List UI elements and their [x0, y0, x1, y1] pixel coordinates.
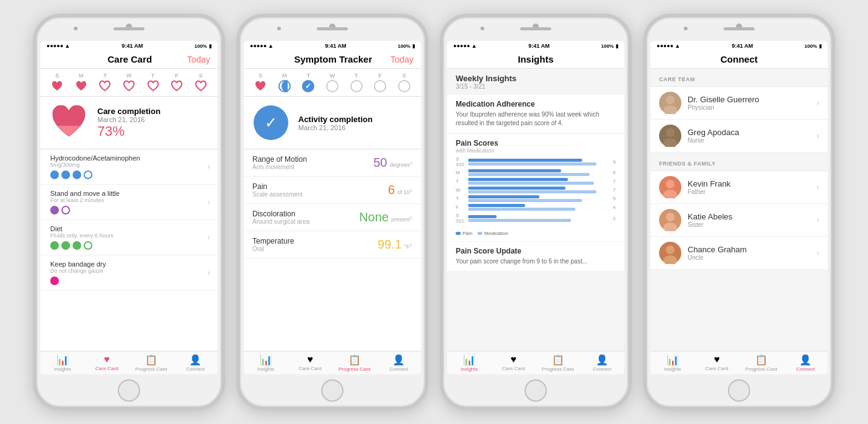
pain-score-update-card: Pain Score Update Your pain score change…	[447, 242, 624, 271]
tab-connect[interactable]: 👤 Connect	[174, 354, 218, 372]
care-item-0-title: Hydrocodone/Acetaminophen	[50, 154, 203, 162]
cal-day-6: S	[195, 73, 207, 92]
phone-insights: ●●●●●▲ 9:41 AM 100%▮ Insights Weekly Ins…	[440, 14, 632, 410]
battery-pct: 100%	[195, 43, 207, 49]
chevron-icon: ›	[208, 162, 210, 171]
signal-icon: ●●●●●	[46, 43, 63, 49]
status-bar-4: ●●●●●▲ 9:41 AM 100%▮	[650, 41, 828, 50]
insights-tab-label: Insights	[54, 366, 71, 372]
contact-0[interactable]: Dr. Giselle Guerrero Physician ›	[650, 87, 828, 120]
insights-icon-2: 📊	[260, 354, 272, 366]
half-circle	[281, 80, 288, 92]
care-item-1-title: Stand and move a little	[50, 190, 203, 197]
care-item-2[interactable]: Diet Fluids only, every 6 hours ›	[40, 220, 218, 255]
symptom-1-info: Pain Scale assessment	[252, 182, 388, 198]
contact-1-name: Greg Apodaca	[688, 128, 810, 137]
contact-1-info: Greg Apodaca Nurse	[688, 128, 810, 144]
dot	[50, 170, 59, 179]
weekly-header: Weekly Insights 3/15 - 3/21	[447, 69, 624, 95]
cal-day-m: M	[278, 73, 291, 92]
bar-row-5: F 4	[456, 204, 616, 211]
battery-area: 100% ▮	[195, 43, 211, 49]
bar-val: 5	[613, 196, 616, 201]
progress-icon-2: 📋	[348, 354, 361, 366]
tab-care-3[interactable]: ♥ Care Card	[492, 354, 536, 372]
pain-bar	[468, 159, 582, 162]
symptom-0-value: 50	[373, 156, 387, 170]
tab-progress-2[interactable]: 📋 Progress Card	[332, 354, 377, 372]
care-item-2-title: Diet	[50, 225, 203, 232]
care-item-3[interactable]: Keep bandage dry Do not change gauze ›	[40, 255, 218, 291]
bar-row-0: S3/15 9	[456, 156, 616, 167]
contact-2[interactable]: Kevin Frank Father ›	[650, 171, 828, 204]
tab-care-4[interactable]: ♥ Care Card	[695, 354, 740, 372]
bar-row-1: M 6	[456, 169, 616, 176]
care-icon-3: ♥	[511, 354, 517, 365]
today-button-2[interactable]: Today	[391, 55, 414, 64]
med-bar	[468, 208, 575, 211]
bar-val: 7	[613, 179, 616, 184]
tab-progress-4[interactable]: 📋 Progress Card	[739, 354, 784, 372]
bar-val: 7	[613, 187, 616, 193]
med-adherence-title: Medication Adherence	[456, 100, 616, 108]
care-team-list: Dr. Giselle Guerrero Physician › Greg Ap…	[650, 87, 828, 152]
time-2: 9:41 AM	[325, 43, 346, 49]
chevron-icon: ›	[410, 241, 412, 249]
tab-care-2[interactable]: ♥ Care Card	[288, 354, 333, 372]
symptom-0-sub: Arm movement	[252, 164, 373, 170]
symptom-2[interactable]: Discoloration Around surgical area None …	[244, 204, 421, 231]
dot	[73, 170, 81, 179]
dot	[84, 170, 92, 179]
cal-empty-circle	[350, 80, 363, 92]
contact-1[interactable]: Greg Apodaca Nurse ›	[650, 120, 828, 152]
connect-label-3: Connect	[593, 366, 611, 372]
bar-row-6: S3/21 2	[456, 213, 616, 224]
contact-4[interactable]: Chance Graham Uncle ›	[650, 237, 828, 270]
dot	[61, 206, 70, 214]
tab-connect-3[interactable]: 👤 Connect	[580, 354, 625, 372]
nav-header: Care Card Today	[40, 50, 218, 69]
tab-connect-2[interactable]: 👤 Connect	[377, 354, 422, 372]
bar-row-2: T 7	[456, 178, 616, 185]
cal-day-3: W	[123, 73, 135, 92]
svg-point-1	[666, 95, 675, 104]
symptom-3[interactable]: Temperature Oral 99.1 °F ›	[244, 231, 421, 258]
tab-bar-4: 📊 Insights ♥ Care Card 📋 Progress Card 👤…	[650, 351, 828, 374]
tab-bar-2: 📊 Insights ♥ Care Card 📋 Progress Card 👤…	[244, 351, 421, 374]
bar-val: 4	[613, 205, 616, 210]
care-item-2-dots	[50, 241, 203, 250]
symptom-2-unit: present	[391, 216, 410, 223]
dot	[84, 241, 92, 250]
svg-point-9	[666, 245, 675, 254]
progress-icon-3: 📋	[552, 354, 564, 366]
connect-icon-2: 👤	[392, 354, 405, 366]
tab-insights-3[interactable]: 📊 Insights	[447, 354, 492, 372]
time-4: 9:41 AM	[732, 43, 753, 49]
symptom-1[interactable]: Pain Scale assessment 6 of 10 ›	[244, 177, 421, 204]
tab-connect-4[interactable]: 👤 Connect	[784, 354, 828, 372]
pain-update-text: Your pain score change from 9 to 6 in th…	[456, 257, 616, 266]
care-item-0[interactable]: Hydrocodone/Acetaminophen 5mg/300mg ›	[40, 149, 218, 185]
svg-point-5	[666, 180, 675, 188]
tab-progress-3[interactable]: 📋 Progress Card	[536, 354, 580, 372]
tab-insights-4[interactable]: 📊 Insights	[650, 354, 695, 372]
tab-insights-2[interactable]: 📊 Insights	[244, 354, 288, 372]
care-item-1[interactable]: Stand and move a little For at least 2 m…	[40, 185, 218, 220]
time-display: 9:41 AM	[122, 43, 143, 49]
today-button[interactable]: Today	[187, 55, 210, 64]
contact-3[interactable]: Katie Abeles Sister ›	[650, 204, 828, 237]
chart-legend: Pain Medication	[456, 231, 616, 236]
symptom-3-value: 99.1	[378, 237, 402, 252]
symptom-3-sub: Oral	[252, 245, 378, 252]
symptom-0[interactable]: Range of Motion Arm movement 50 degrees …	[244, 149, 421, 177]
tab-progress[interactable]: 📋 Progress Card	[129, 354, 174, 372]
avatar-0	[659, 92, 681, 114]
tab-care-card[interactable]: ♥ Care Card	[85, 354, 130, 372]
tab-insights[interactable]: 📊 Insights	[40, 354, 85, 372]
cal-empty-circle	[326, 80, 339, 92]
avatar-4	[659, 242, 681, 264]
symptom-2-name: Discoloration	[252, 210, 359, 218]
chevron-icon: ›	[208, 268, 210, 277]
legend-med: Medication	[477, 231, 508, 236]
friends-family-title: FRIENDS & FAMILY	[659, 161, 715, 167]
